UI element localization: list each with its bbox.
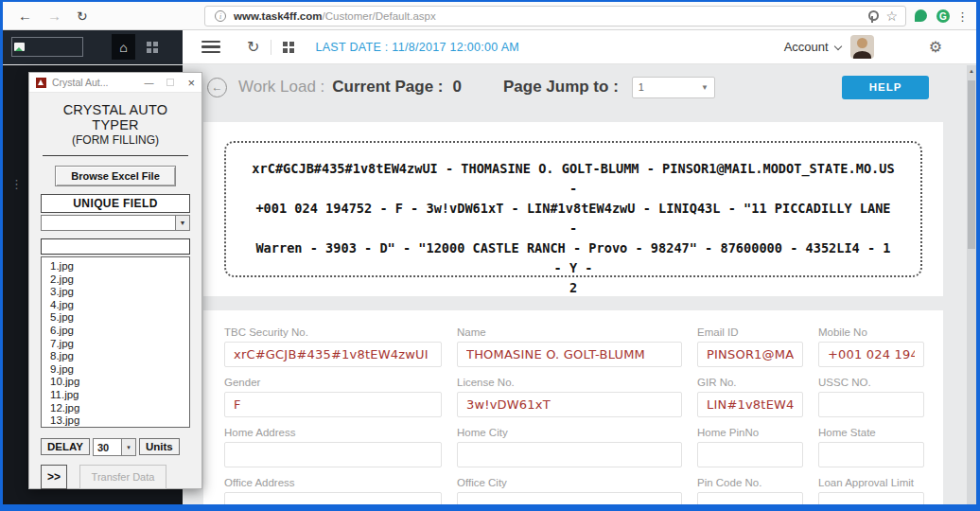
transfer-data-button[interactable]: Transfer Data <box>79 465 166 489</box>
crystal-window-title: Crystal Aut... <box>52 77 109 88</box>
office-city-input[interactable] <box>457 492 682 504</box>
field-label: Office Address <box>224 477 442 488</box>
page-scrollbar[interactable]: ▲ <box>967 65 976 504</box>
field-mobile-no: Mobile No <box>818 326 924 367</box>
broken-image-icon <box>14 43 25 51</box>
dashboard-grid-icon[interactable] <box>283 42 294 53</box>
gir-input[interactable] <box>697 392 803 417</box>
field-home-state: Home State <box>818 427 924 467</box>
browser-reload-button[interactable]: ↻ <box>77 9 88 23</box>
email-input[interactable] <box>697 342 803 367</box>
gender-input[interactable] <box>224 392 442 417</box>
list-item[interactable]: 12.jpg <box>50 402 189 415</box>
home-button[interactable]: ⌂ <box>112 34 135 60</box>
scroll-up-arrow[interactable]: ▲ <box>967 68 976 74</box>
browser-menu-icon[interactable]: ⋮ <box>956 9 969 24</box>
unique-field-dropdown[interactable]: ▼ <box>41 215 190 231</box>
field-gir-no: GIR No. <box>697 377 803 417</box>
maximize-icon[interactable] <box>166 79 174 86</box>
list-item[interactable]: 1.jpg <box>50 260 189 273</box>
tbc-security-input[interactable] <box>224 342 442 367</box>
dropdown-caret-icon[interactable]: ▼ <box>175 216 189 230</box>
list-item[interactable]: 10.jpg <box>50 376 189 389</box>
workload-label: Work Load : <box>238 78 324 97</box>
current-page-label: Current Page : <box>332 78 443 97</box>
home-pin-input[interactable] <box>697 442 803 467</box>
header-divider <box>271 40 271 55</box>
pin-code-input[interactable] <box>697 492 803 504</box>
minimize-icon[interactable]: — <box>144 78 153 88</box>
field-label: Home City <box>457 427 682 438</box>
menu-hamburger-icon[interactable] <box>201 41 220 54</box>
delay-label: DELAY <box>41 438 90 455</box>
account-menu-label[interactable]: Account <box>784 40 829 54</box>
delay-dropdown[interactable]: 30 ▾ <box>93 438 136 456</box>
bookmark-star-icon[interactable]: ☆ <box>885 9 898 24</box>
url-path: /Customer/Default.aspx <box>323 10 436 22</box>
field-label: License No. <box>457 377 682 388</box>
user-avatar[interactable] <box>850 35 874 59</box>
extension-g-icon[interactable]: G <box>936 9 950 23</box>
home-state-input[interactable] <box>818 442 924 467</box>
list-item[interactable]: 8.jpg <box>50 350 189 363</box>
field-license-no: License No. <box>457 377 682 417</box>
field-label: Home PinNo <box>697 427 803 438</box>
page-jump-select[interactable]: 1 ▼ <box>632 77 715 98</box>
crystal-titlebar[interactable]: Crystal Aut... — × <box>29 73 201 93</box>
extension-drop-icon[interactable] <box>915 9 927 22</box>
units-label: Units <box>139 438 180 455</box>
list-item[interactable]: 2.jpg <box>50 273 189 287</box>
list-item[interactable]: 9.jpg <box>50 363 189 377</box>
field-email-id: Email ID <box>697 326 803 367</box>
header-brand-block: ⌂ <box>3 30 183 64</box>
delay-row: DELAY 30 ▾ Units <box>41 436 190 456</box>
logo-placeholder <box>11 37 83 57</box>
mobile-input[interactable] <box>818 342 924 367</box>
password-key-icon[interactable] <box>867 10 876 23</box>
loan-limit-input[interactable] <box>818 492 924 504</box>
field-home-city: Home City <box>457 427 682 467</box>
address-bar[interactable]: i www.task4ff.com /Customer/Default.aspx… <box>204 6 906 26</box>
office-address-input[interactable] <box>224 492 442 504</box>
apps-grid-icon[interactable] <box>147 42 158 53</box>
list-item[interactable]: 6.jpg <box>50 325 189 338</box>
file-listbox[interactable]: 1.jpg 2.jpg 3.jpg 4.jpg 5.jpg 6.jpg 7.jp… <box>41 256 190 428</box>
browser-forward-button[interactable]: → <box>47 9 61 23</box>
browser-window: ← → ↻ i www.task4ff.com /Customer/Defaul… <box>0 0 980 511</box>
field-label: Home Address <box>224 427 442 438</box>
home-icon: ⌂ <box>119 40 127 55</box>
close-icon[interactable]: × <box>187 77 195 89</box>
page-jump-label: Page Jump to : <box>503 78 619 97</box>
home-city-input[interactable] <box>457 442 682 467</box>
help-button[interactable]: HELP <box>842 76 929 99</box>
page-info-icon[interactable]: i <box>215 10 226 22</box>
field-gender: Gender <box>224 377 442 417</box>
browser-back-button[interactable]: ← <box>18 9 32 23</box>
back-circle-button[interactable]: ← <box>207 78 227 97</box>
list-item[interactable]: 7.jpg <box>50 338 189 351</box>
field-label: Home State <box>818 427 924 438</box>
list-item[interactable]: 11.jpg <box>50 389 189 402</box>
browse-excel-button[interactable]: Browse Excel File <box>55 166 176 186</box>
name-input[interactable] <box>457 342 682 367</box>
dropdown-caret-icon[interactable]: ▾ <box>121 439 135 455</box>
app-header: ⌂ ↻ LAST DATE : 11/8/2017 12:00:00 AM Ac… <box>3 30 976 64</box>
next-button[interactable]: >> <box>41 465 67 489</box>
scrollbar-thumb[interactable] <box>968 80 975 249</box>
list-item[interactable]: 4.jpg <box>50 299 189 312</box>
field-ussc-no: USSC NO. <box>818 377 924 417</box>
settings-gear-icon[interactable]: ⚙ <box>929 38 942 56</box>
record-text: xrC#GCJB#435#1v8tEW4zwUI - THOMASINE O. … <box>251 159 896 298</box>
list-item[interactable]: 5.jpg <box>50 311 189 325</box>
sidebar-grip-icon: ⋮ <box>10 177 23 191</box>
crystal-auto-typer-window: Crystal Aut... — × CRYSTAL AUTO TYPER (F… <box>28 72 202 489</box>
ussc-input[interactable] <box>818 392 924 417</box>
home-address-input[interactable] <box>224 442 442 467</box>
list-item[interactable]: 3.jpg <box>50 286 189 299</box>
filter-input[interactable] <box>41 238 190 255</box>
list-item[interactable]: 13.jpg <box>50 414 189 428</box>
refresh-icon[interactable]: ↻ <box>247 38 259 56</box>
license-input[interactable] <box>457 392 682 417</box>
field-home-pinno: Home PinNo <box>697 427 803 467</box>
unique-field-button[interactable]: UNIQUE FIELD <box>41 194 190 213</box>
